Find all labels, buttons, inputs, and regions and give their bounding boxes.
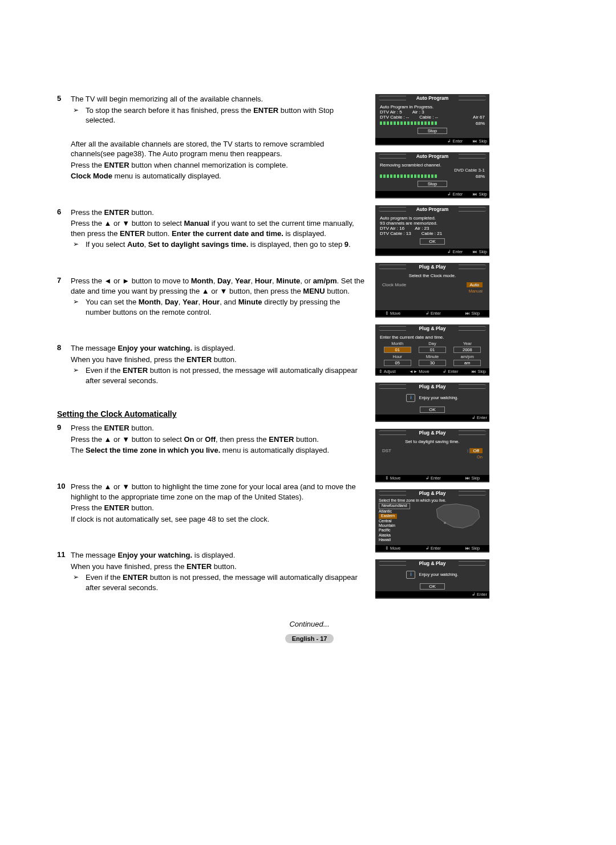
sub-item: Even if the ENTER button is not pressed,… [71, 365, 365, 385]
osd-title: Plug & Play [375, 429, 489, 437]
osd-line: Auto Program in Progress. [380, 104, 485, 109]
osd-title: Auto Program [375, 94, 489, 102]
ok-button: OK [420, 583, 445, 590]
osd-line: Removing scrambled channel. [380, 162, 485, 168]
osd-title: Auto Program [375, 152, 489, 160]
instruction-column: 5 The TV will begin memorizing all of th… [57, 94, 365, 606]
osd-title: Plug & Play [375, 383, 489, 391]
osd-title: Plug & Play [375, 324, 489, 332]
osd-enjoy-2: Plug & Play iEnjoy your watching. OK ↲ E… [375, 559, 489, 599]
step-number: 10 [57, 482, 71, 525]
step-number: 8 [57, 343, 71, 387]
osd-enjoy-1: Plug & Play iEnjoy your watching. OK ↲ E… [375, 383, 489, 422]
step-number: 9 [57, 423, 71, 457]
ok-button: OK [420, 238, 445, 245]
step-7: 7 Press the ◄ or ► button to move to Mon… [57, 276, 365, 318]
progress-bar-icon [380, 121, 437, 125]
text: If clock is not automatically set, see p… [71, 515, 269, 523]
section-heading: Setting the Clock Automatically [57, 409, 365, 419]
osd-date-time: Plug & Play Enter the current date and t… [375, 324, 489, 376]
sub-item: You can set the Month, Day, Year, Hour, … [71, 297, 365, 317]
sub-item: To stop the search before it has finishe… [71, 105, 365, 125]
osd-dst: Plug & Play Set to daylight saving time.… [375, 429, 489, 482]
osd-title: Plug & Play [375, 263, 489, 271]
osd-auto-program-progress: Auto Program Auto Program in Progress. D… [375, 94, 489, 145]
osd-title: Auto Program [375, 205, 489, 213]
info-icon: i [406, 571, 415, 579]
progress-bar-icon [380, 174, 437, 178]
step-number: 7 [57, 276, 71, 318]
step-8: 8 The message Enjoy your watching. is di… [57, 343, 365, 387]
stop-button: Stop [418, 128, 447, 134]
step-11: 11 The message Enjoy your watching. is d… [57, 550, 365, 594]
ok-button: OK [420, 407, 445, 413]
svg-point-0 [444, 522, 446, 524]
text: After all the available channels are sto… [71, 140, 324, 159]
step-number: 11 [57, 550, 71, 594]
stop-button: Stop [418, 181, 447, 187]
text: Press the ▲ or ▼ button to highlight the… [71, 482, 356, 501]
continued-label: Continued... [57, 620, 562, 628]
page-footer: English - 17 [285, 634, 334, 643]
step-6: 6 Press the ENTER button. Press the ▲ or… [57, 208, 365, 251]
osd-remove-scrambled: Auto Program Removing scrambled channel.… [375, 152, 489, 198]
step-5: 5 The TV will begin memorizing all of th… [57, 94, 365, 182]
step-number: 6 [57, 208, 71, 251]
osd-column: Auto Program Auto Program in Progress. D… [375, 94, 489, 606]
osd-auto-program-complete: Auto Program Auto program is completed. … [375, 205, 489, 256]
osd-clock-mode: Plug & Play Select the Clock mode. Clock… [375, 263, 489, 318]
text: The TV will begin memorizing all of the … [71, 95, 263, 103]
info-icon: i [406, 394, 415, 402]
step-10: 10 Press the ▲ or ▼ button to highlight … [57, 482, 365, 525]
sub-item: Even if the ENTER button is not pressed,… [71, 572, 365, 592]
step-9: 9 Press the ENTER button. Press the ▲ or… [57, 423, 365, 457]
osd-timezone: Plug & Play Select the time zone in whic… [375, 489, 489, 552]
us-map-icon [432, 499, 485, 531]
sub-item: If you select Auto, Set to daylight savi… [71, 239, 365, 250]
osd-title: Plug & Play [375, 559, 489, 567]
osd-title: Plug & Play [375, 489, 489, 497]
step-number: 5 [57, 94, 71, 182]
